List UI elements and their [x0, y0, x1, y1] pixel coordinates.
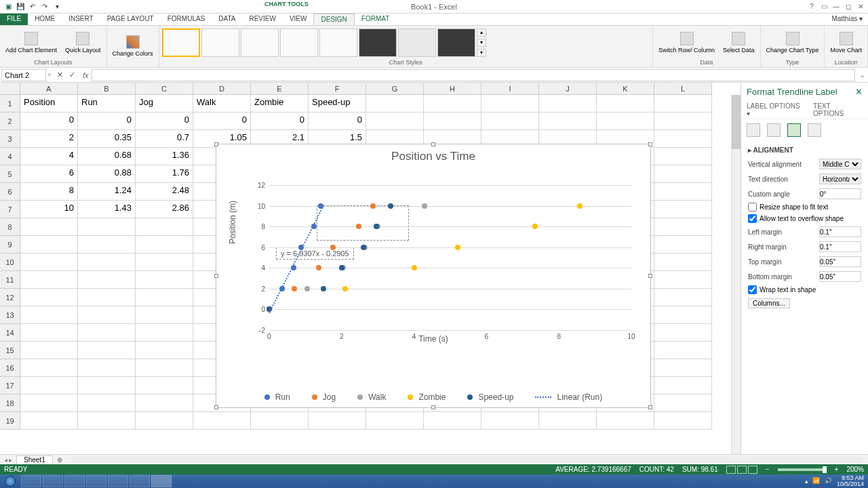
data-point[interactable] [422, 203, 427, 209]
cell[interactable] [136, 377, 193, 394]
vertical-alignment-select[interactable]: Middle Ce... [819, 159, 861, 169]
row-header[interactable]: 4 [0, 148, 20, 165]
cell[interactable]: 2.48 [136, 183, 193, 201]
resize-handle[interactable] [648, 274, 652, 278]
trendline-label-selection[interactable] [317, 205, 409, 241]
cell[interactable] [366, 113, 424, 130]
cell[interactable] [654, 95, 712, 113]
resize-handle[interactable] [648, 405, 652, 409]
data-point[interactable] [304, 286, 310, 291]
sheet-nav-next[interactable]: ▸ [9, 456, 12, 464]
column-header[interactable]: A [20, 83, 78, 95]
cell[interactable] [78, 236, 136, 253]
resize-handle[interactable] [214, 142, 218, 146]
legend-zombie[interactable]: Zombie [408, 392, 446, 402]
help-button[interactable]: ? [807, 2, 816, 12]
maximize-button[interactable]: ◻ [844, 2, 853, 12]
minimize-button[interactable]: — [831, 2, 841, 12]
chart-style-2[interactable] [201, 28, 239, 57]
cell[interactable] [481, 412, 539, 430]
custom-angle-input[interactable] [819, 188, 861, 199]
chart-style-1[interactable] [162, 28, 200, 57]
data-point[interactable] [292, 286, 297, 291]
fill-line-icon[interactable] [747, 123, 760, 137]
zoom-level[interactable]: 200% [846, 466, 864, 473]
chart-title[interactable]: Position vs Time [216, 144, 650, 163]
resize-handle[interactable] [214, 274, 218, 278]
tab-format[interactable]: FORMAT [355, 14, 396, 25]
trendline-equation-label[interactable]: y = 6.9307x - 0.2905 [276, 247, 354, 260]
cell[interactable]: 6 [20, 165, 78, 183]
row-header[interactable]: 14 [0, 324, 20, 342]
embedded-chart[interactable]: Position vs Time Position (m) Time (s) y… [216, 144, 651, 408]
cell[interactable] [597, 113, 654, 130]
cell[interactable] [136, 271, 193, 289]
chart-style-3[interactable] [241, 28, 279, 57]
data-point[interactable] [532, 224, 538, 229]
cell[interactable] [424, 412, 481, 430]
row-header[interactable]: 5 [0, 165, 20, 183]
cell[interactable] [424, 95, 481, 113]
row-header[interactable]: 18 [0, 394, 20, 412]
label-options-icon[interactable] [808, 123, 821, 137]
cell[interactable] [78, 359, 136, 377]
cell[interactable] [597, 412, 654, 430]
tab-review[interactable]: REVIEW [242, 14, 282, 25]
cell[interactable] [20, 218, 78, 236]
move-chart-button[interactable]: Move Chart [827, 30, 865, 55]
cell[interactable] [654, 271, 712, 289]
taskbar-app2[interactable] [108, 475, 128, 487]
tray-volume-icon[interactable]: 🔊 [825, 477, 833, 485]
data-point[interactable] [388, 203, 393, 209]
label-options-tab[interactable]: LABEL OPTIONS ▾ [747, 102, 805, 117]
cell[interactable] [20, 394, 78, 412]
cell[interactable] [136, 412, 193, 430]
column-header[interactable]: I [481, 83, 539, 95]
row-header[interactable]: 6 [0, 183, 20, 201]
cell[interactable]: 0 [20, 113, 78, 130]
chart-style-4[interactable] [280, 28, 318, 57]
page-layout-view-button[interactable] [737, 466, 747, 474]
legend-speedup[interactable]: Speed-up [467, 392, 513, 402]
save-button[interactable]: 💾 [15, 1, 26, 12]
cell[interactable] [78, 324, 136, 342]
cell[interactable] [654, 253, 712, 271]
cell[interactable]: 8 [20, 183, 78, 201]
cell[interactable]: 0 [193, 113, 251, 130]
cell[interactable]: 1.24 [78, 183, 136, 201]
enter-formula-button[interactable]: ✓ [66, 70, 77, 81]
data-point[interactable] [412, 265, 417, 270]
bottom-margin-input[interactable] [819, 271, 861, 282]
zoom-out[interactable]: − [766, 466, 770, 473]
cell[interactable] [136, 306, 193, 324]
row-header[interactable]: 19 [0, 412, 20, 430]
normal-view-button[interactable] [726, 466, 736, 474]
cell[interactable] [136, 236, 193, 253]
cell[interactable]: 0 [136, 113, 193, 130]
taskbar-explorer[interactable] [21, 475, 41, 487]
data-point[interactable] [455, 245, 460, 250]
cell[interactable]: 0 [251, 113, 309, 130]
cell[interactable] [654, 218, 712, 236]
gallery-scroll[interactable]: ▴▾▾ [477, 28, 486, 57]
column-header[interactable]: J [539, 83, 597, 95]
text-options-tab[interactable]: TEXT OPTIONS [813, 102, 863, 117]
cell[interactable]: 1.76 [136, 165, 193, 183]
data-point[interactable] [321, 286, 326, 291]
cell[interactable] [78, 394, 136, 412]
cell[interactable]: Speed-up [309, 95, 366, 113]
cell[interactable] [309, 412, 366, 430]
formula-input[interactable] [92, 69, 855, 81]
tab-data[interactable]: DATA [212, 14, 242, 25]
cell[interactable]: 0.7 [136, 130, 193, 148]
cell[interactable] [366, 95, 424, 113]
cell[interactable] [539, 95, 597, 113]
cell[interactable] [654, 130, 712, 148]
cell[interactable]: Walk [193, 95, 251, 113]
row-header[interactable]: 9 [0, 236, 20, 253]
columns-button[interactable]: Columns... [748, 298, 790, 308]
cell[interactable] [654, 183, 712, 201]
resize-shape-checkbox[interactable] [748, 203, 757, 211]
cell[interactable] [78, 342, 136, 359]
ribbon-display-options[interactable]: ▭ [819, 2, 829, 12]
